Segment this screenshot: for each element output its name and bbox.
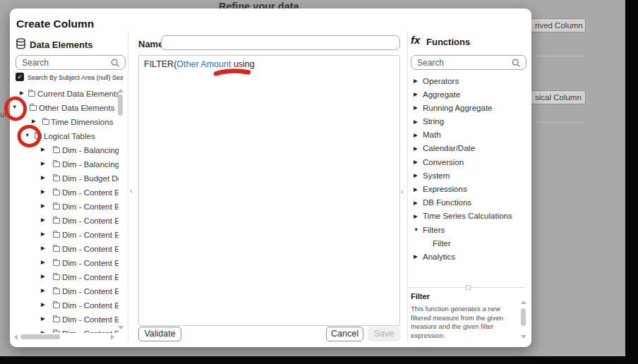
tree-item-dim[interactable]: ▶ Dim - Content Expr [10, 327, 119, 333]
function-category-conversion[interactable]: ▶ Conversion [411, 156, 526, 169]
cancel-button[interactable]: Cancel [326, 327, 363, 341]
function-category-time-series-calculations[interactable]: ▶ Time Series Calculations [411, 210, 526, 224]
tree-item-dim[interactable]: ▶ Dim - Content Expr [10, 200, 119, 214]
validate-button[interactable]: Validate [138, 327, 181, 341]
chevron-collapsed-icon[interactable]: ▶ [41, 260, 45, 265]
chevron-collapsed-icon[interactable]: ▶ [41, 316, 45, 322]
function-category-aggregate[interactable]: ▶ Aggregate [411, 88, 526, 102]
tree-item-dim[interactable]: ▶ Dim - Balancing Se [10, 143, 119, 157]
scrollbar-left-arrow[interactable] [14, 334, 18, 340]
tree-item-dim[interactable]: ▶ Dim - Content Expr [10, 228, 119, 242]
function-category-db-functions[interactable]: ▶ DB Functions [411, 197, 526, 210]
tree-item-dim[interactable]: ▶ Dim - Content Expr [10, 313, 119, 327]
search-icon [111, 59, 120, 68]
chevron-collapsed-icon[interactable]: ▶ [41, 330, 45, 333]
function-item-label: Filter [433, 239, 451, 248]
search-by-subject-area-option[interactable]: ✓ Search By Subject Area (null) Search B [16, 73, 123, 83]
function-category-system[interactable]: ▶ System [411, 169, 526, 183]
tree-item-dim[interactable]: ▶ Dim - Content Expr [10, 284, 119, 298]
dialog-title: Create Column [16, 18, 94, 30]
chevron-collapsed-icon[interactable]: ▶ [414, 173, 418, 178]
tree-item-dim[interactable]: ▶ Dim - Content Expr [10, 242, 119, 256]
tree-item-time-dimensions[interactable]: ▶ Time Dimensions [10, 115, 119, 129]
chevron-collapsed-icon[interactable]: ▶ [41, 274, 45, 279]
chevron-collapsed-icon[interactable]: ▶ [41, 302, 45, 308]
scrollbar-up-arrow[interactable] [521, 301, 526, 304]
tree-item-dim[interactable]: ▶ Dim - Content Expr [10, 214, 119, 228]
tree-item-logical-tables[interactable]: ▼ Logical Tables [10, 129, 119, 143]
functions-search-input[interactable] [417, 56, 512, 69]
function-category-analytics[interactable]: ▶ Analytics [411, 250, 526, 264]
chevron-collapsed-icon[interactable]: ▶ [414, 119, 418, 125]
function-category-expressions[interactable]: ▶ Expressions [411, 183, 526, 197]
vertical-scrollbar-thumb[interactable] [118, 95, 123, 116]
horizontal-scrollbar-thumb[interactable] [20, 334, 60, 339]
tree-item-dim[interactable]: ▶ Dim - Content Expr [10, 298, 119, 313]
function-category-running-aggregate[interactable]: ▶ Running Aggregate [411, 102, 526, 115]
collapse-left-panel-icon[interactable]: ‹ [130, 187, 133, 195]
formula-editor[interactable]: FILTER(Other Amount using [138, 55, 400, 326]
physical-column-button[interactable]: sical Column [527, 90, 586, 104]
chevron-collapsed-icon[interactable]: ▶ [414, 200, 418, 206]
function-category-calendar-date[interactable]: ▶ Calendar/Date [411, 142, 526, 156]
chevron-collapsed-icon[interactable]: ▶ [414, 159, 418, 165]
chevron-collapsed-icon[interactable]: ▶ [414, 214, 418, 219]
tree-item-dim[interactable]: ▶ Dim - Content Expr [10, 256, 119, 270]
vertical-scrollbar-thumb[interactable] [521, 308, 526, 326]
derived-column-button[interactable]: rived Column [527, 18, 586, 32]
function-category-operators[interactable]: ▶ Operators [411, 75, 526, 88]
description-resize-handle[interactable] [466, 285, 471, 290]
chevron-collapsed-icon[interactable]: ▶ [414, 146, 418, 152]
chevron-expanded-icon[interactable]: ▼ [12, 104, 17, 110]
chevron-expanded-icon[interactable]: ▼ [25, 133, 30, 138]
chevron-expanded-icon[interactable]: ▼ [414, 227, 419, 233]
chevron-collapsed-icon[interactable]: ▶ [414, 254, 418, 260]
chevron-collapsed-icon[interactable]: ▶ [41, 245, 45, 251]
function-item-filter[interactable]: Filter [411, 237, 526, 250]
folder-icon [35, 133, 42, 139]
tree-item-label: Dim - Balancing Se [62, 160, 119, 169]
chevron-collapsed-icon[interactable]: ▶ [41, 288, 45, 293]
chevron-collapsed-icon[interactable]: ▶ [414, 187, 418, 193]
scrollbar-down-arrow[interactable] [118, 326, 124, 329]
scrollbar-down-arrow[interactable] [521, 335, 526, 339]
chevron-collapsed-icon[interactable]: ▶ [41, 147, 45, 152]
tree-item-current-data-elements[interactable]: ▶ Current Data Elements [10, 87, 119, 101]
checkbox-checked-icon[interactable]: ✓ [16, 73, 24, 81]
tree-item-dim[interactable]: ▶ Dim - Balancing Se [10, 157, 119, 171]
chevron-collapsed-icon[interactable]: ▶ [414, 78, 418, 84]
chevron-collapsed-icon[interactable]: ▶ [41, 231, 45, 237]
background-text-fragment: ur [0, 110, 7, 119]
function-category-label: Conversion [423, 158, 464, 166]
save-button[interactable]: Save [368, 327, 400, 341]
data-elements-search-input[interactable] [22, 56, 111, 69]
name-input[interactable] [161, 35, 400, 50]
chevron-collapsed-icon[interactable]: ▶ [414, 92, 418, 97]
chevron-collapsed-icon[interactable]: ▶ [414, 133, 418, 138]
chevron-collapsed-icon[interactable]: ▶ [41, 161, 45, 166]
folder-icon [53, 190, 60, 195]
function-category-math[interactable]: ▶ Math [411, 129, 526, 142]
tree-item-dim[interactable]: ▶ Dim - Content Expr [10, 270, 119, 284]
formula-column-reference: Other Amount [176, 59, 231, 69]
chevron-collapsed-icon[interactable]: ▶ [41, 203, 45, 209]
function-category-string[interactable]: ▶ String [411, 116, 526, 129]
tree-item-label: Dim - Budget Deta [62, 174, 119, 183]
folder-icon [53, 246, 60, 252]
search-icon [512, 59, 521, 68]
tree-item-dim[interactable]: ▶ Dim - Content Expr [10, 186, 119, 200]
tree-item-other-data-elements[interactable]: ▼ Other Data Elements [10, 101, 119, 115]
chevron-collapsed-icon[interactable]: ▶ [414, 105, 418, 111]
chevron-collapsed-icon[interactable]: ▶ [41, 175, 45, 181]
function-category-filters[interactable]: ▼ Filters [411, 224, 526, 237]
function-category-label: Analytics [423, 253, 455, 261]
screen-edge-bottom [0, 356, 638, 364]
tree-item-dim[interactable]: ▶ Dim - Budget Deta [10, 171, 119, 186]
chevron-collapsed-icon[interactable]: ▶ [41, 217, 45, 223]
chevron-collapsed-icon[interactable]: ▶ [20, 90, 24, 96]
scrollbar-right-arrow[interactable] [111, 334, 114, 340]
collapse-right-panel-icon[interactable]: › [401, 188, 404, 195]
chevron-collapsed-icon[interactable]: ▶ [32, 119, 36, 124]
chevron-collapsed-icon[interactable]: ▶ [41, 189, 45, 195]
scrollbar-up-arrow[interactable] [118, 89, 124, 92]
